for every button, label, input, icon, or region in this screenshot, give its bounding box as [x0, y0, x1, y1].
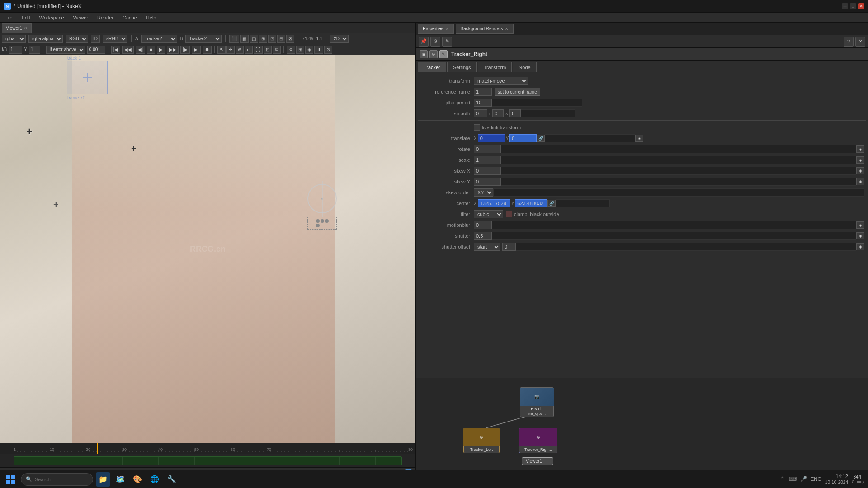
colorspace-select[interactable]: RGB	[66, 35, 88, 43]
bg-renders-tab-close[interactable]: ✕	[505, 27, 509, 31]
close-button[interactable]: ✕	[858, 3, 864, 9]
translate-y-input[interactable]	[509, 134, 537, 142]
step-fwd-btn[interactable]: |▶	[180, 46, 190, 54]
settings-btn-3[interactable]: ◈	[305, 46, 313, 54]
taskbar-chrome[interactable]: 🌐	[147, 472, 162, 487]
settings-btn-4[interactable]: ⊙	[324, 46, 332, 54]
scale-input[interactable]	[474, 156, 501, 164]
view-toggle-7[interactable]: ⊠	[286, 35, 294, 43]
tool-btn-7[interactable]: ⧉	[273, 46, 281, 54]
subtab-node[interactable]: Node	[513, 62, 536, 72]
shutter-input[interactable]	[474, 232, 492, 240]
properties-tab-close[interactable]: ✕	[445, 27, 449, 31]
jitter-input[interactable]	[474, 99, 492, 107]
minimize-button[interactable]: ─	[842, 3, 848, 9]
motionblur-input[interactable]	[474, 221, 492, 229]
so-anim-btn[interactable]: ◈	[856, 243, 864, 250]
lut-select[interactable]: sRGB	[103, 35, 127, 43]
view-toggle-3[interactable]: ◫	[250, 35, 258, 43]
center-link-btn[interactable]: 🔗	[547, 200, 556, 207]
center-x-input[interactable]	[478, 199, 510, 207]
live-link-checkbox[interactable]	[474, 124, 480, 131]
clock-area[interactable]: 14:12 10-10-2024	[825, 473, 848, 485]
tracker-a-select[interactable]: Tracker2	[141, 35, 177, 43]
view-toggle-5[interactable]: ⊡	[268, 35, 276, 43]
props-btn-3[interactable]: ✎	[442, 37, 452, 47]
cross-left[interactable]: +	[53, 200, 59, 210]
skew-y-input[interactable]	[474, 178, 501, 186]
pause-btn[interactable]: ⏸	[314, 46, 323, 54]
smooth-x-input[interactable]	[474, 109, 487, 117]
skew-x-input[interactable]	[474, 167, 501, 175]
error-val-input[interactable]	[87, 46, 105, 54]
menu-edit[interactable]: Edit	[20, 14, 32, 21]
tool-btn-1[interactable]: ↖	[217, 46, 226, 54]
record-btn[interactable]: ⏺	[203, 46, 212, 54]
channel-mode-select[interactable]: rgbargbalpha	[2, 35, 26, 43]
shutter-offset-select[interactable]: startcenterend	[474, 243, 500, 251]
view-toggle-4[interactable]: ⊞	[259, 35, 267, 43]
cross-center[interactable]: +	[131, 144, 137, 154]
subtab-tracker[interactable]: Tracker	[418, 62, 446, 72]
tool-btn-3[interactable]: ⊕	[236, 46, 244, 54]
menu-viewer[interactable]: Viewer	[71, 14, 90, 21]
shutter-offset-val-input[interactable]	[502, 243, 516, 251]
node-read1[interactable]: 📷 Read1NB_Qipu...	[520, 387, 554, 417]
alpha-select[interactable]: rgba.alpha	[28, 35, 63, 43]
current-frame-input[interactable]	[9, 46, 22, 54]
skewy-anim-btn[interactable]: ◈	[856, 178, 864, 185]
taskbar-app-2[interactable]: 🗺️	[113, 472, 127, 487]
properties-tab[interactable]: Properties ✕	[418, 24, 454, 34]
error-mode-select[interactable]: if error above	[46, 46, 85, 54]
start-button[interactable]	[4, 472, 18, 487]
menu-cache[interactable]: Cache	[121, 14, 139, 21]
props-btn-2[interactable]: ⚙	[430, 37, 440, 47]
tool-btn-5[interactable]: ⛶	[254, 46, 263, 54]
mic-icon[interactable]: 🎤	[800, 476, 807, 482]
prev-key-btn[interactable]: ◀◀	[122, 46, 134, 54]
view-mode-select[interactable]: 2D3D	[330, 35, 349, 43]
menu-workspace[interactable]: Workspace	[38, 14, 66, 21]
viewer-tab-close-icon[interactable]: ✕	[24, 26, 28, 30]
viewer-tab-1[interactable]: Viewer1 ✕	[2, 23, 32, 33]
language-display[interactable]: ENG	[811, 476, 821, 482]
tool-btn-4[interactable]: ⇄	[245, 46, 253, 54]
translate-x-input[interactable]	[478, 134, 505, 142]
play-fwd-btn[interactable]: ▶▶	[167, 46, 179, 54]
tool-btn-6[interactable]: ⊡	[264, 46, 272, 54]
taskbar-app-3[interactable]: 🎨	[130, 472, 145, 487]
settings-btn-1[interactable]: ⚙	[287, 46, 295, 54]
mb-anim-btn[interactable]: ◈	[856, 221, 864, 229]
skew-order-select[interactable]: XYYX	[474, 188, 493, 197]
go-end-btn[interactable]: ▶|	[192, 46, 201, 54]
cross-topleft[interactable]: +	[26, 125, 33, 138]
node-tracker-right[interactable]: ⊕ Tracker_Righ...	[519, 428, 557, 453]
smooth-s-input[interactable]	[509, 109, 521, 117]
stop-btn[interactable]: ■	[147, 46, 155, 54]
taskbar-app-5[interactable]: 🔧	[165, 472, 179, 487]
subtab-transform[interactable]: Transform	[478, 62, 512, 72]
rotate-input[interactable]	[474, 145, 501, 153]
play-btn[interactable]: ▶	[157, 46, 165, 54]
set-to-current-frame-btn[interactable]: set to current frame	[495, 88, 540, 96]
translate-link-btn[interactable]: 🔗	[537, 135, 545, 142]
filter-select[interactable]: cubiclinearnearest	[474, 210, 503, 218]
go-start-btn[interactable]: |◀	[111, 46, 121, 54]
translate-anim-btn[interactable]: ◈	[635, 135, 643, 142]
ref-frame-input[interactable]	[474, 88, 492, 96]
maximize-button[interactable]: □	[850, 3, 856, 9]
tracker-b-select[interactable]: Tracker2	[185, 35, 222, 43]
node-viewer1[interactable]: Viewer1	[522, 457, 553, 465]
weather-area[interactable]: 84°F Cloudy	[852, 474, 864, 484]
view-toggle-1[interactable]: ⬛	[229, 35, 239, 43]
menu-help[interactable]: Help	[144, 14, 158, 21]
view-toggle-6[interactable]: ⊟	[277, 35, 285, 43]
tool-btn-2[interactable]: ✛	[226, 46, 235, 54]
transform-select[interactable]: match-move stabilize	[474, 77, 528, 85]
background-renders-tab[interactable]: Background Renders ✕	[456, 24, 514, 34]
scale-anim-btn[interactable]: ◈	[856, 156, 864, 164]
smooth-r-input[interactable]	[492, 109, 504, 117]
props-close-btn[interactable]: ✕	[855, 37, 865, 47]
node-tracker-left[interactable]: ⊕ Tracker_Left	[463, 428, 500, 453]
pin-btn[interactable]: 📌	[419, 37, 429, 47]
